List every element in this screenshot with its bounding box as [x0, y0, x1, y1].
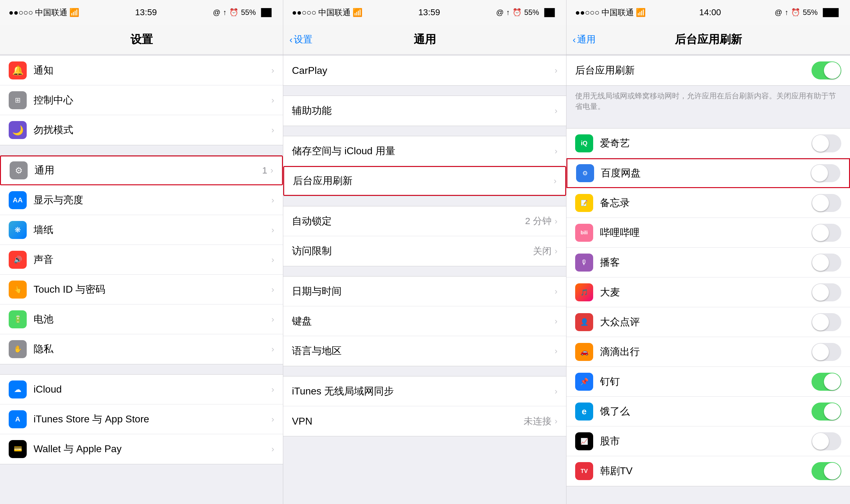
- settings-item-general[interactable]: ⚙ 通用 1 ›: [0, 156, 283, 185]
- app-row-dianping[interactable]: 👤 大众点评: [567, 307, 850, 337]
- settings-item-sounds[interactable]: 🔊 声音 ›: [0, 245, 283, 275]
- app-row-iqiyi[interactable]: iQ 爱奇艺: [567, 128, 850, 158]
- app-row-didi[interactable]: 🚗 滴滴出行: [567, 337, 850, 367]
- master-toggle-switch[interactable]: [812, 61, 841, 79]
- toggle-eleme[interactable]: [812, 402, 841, 420]
- back-label-2: 设置: [294, 33, 312, 46]
- toggle-bilibili[interactable]: [812, 224, 841, 242]
- master-toggle-row[interactable]: 后台应用刷新: [567, 56, 850, 85]
- app-row-damai[interactable]: 🎵 大麦: [567, 277, 850, 307]
- gap-3-1: [567, 119, 850, 128]
- gap-2-4: [283, 267, 566, 276]
- label-bgrefresh: 后台应用刷新: [293, 174, 554, 188]
- section-2-3: 储存空间与 iCloud 用量 › 后台应用刷新 ›: [283, 136, 566, 196]
- label-battery: 电池: [34, 312, 272, 326]
- app-row-dingding[interactable]: 📌 钉钉: [567, 367, 850, 397]
- back-button-3[interactable]: ‹ 通用: [573, 33, 596, 46]
- gap-2-3: [283, 197, 566, 206]
- toggle-dianping[interactable]: [812, 313, 841, 331]
- toggle-iqiyi[interactable]: [812, 134, 841, 152]
- chevron-touchid: ›: [272, 285, 274, 294]
- label-wallet: Wallet 与 Apple Pay: [34, 442, 272, 456]
- label-iqiyi: 爱奇艺: [600, 137, 812, 150]
- label-damai: 大麦: [600, 286, 812, 299]
- alarm-icon-2: ⏰: [513, 8, 522, 17]
- label-general: 通用: [34, 164, 262, 177]
- value-general: 1: [262, 165, 267, 176]
- general-item-carplay[interactable]: CarPlay ›: [283, 56, 566, 85]
- icon-control: ⊞: [9, 91, 27, 109]
- icon-podcasts: 🎙: [575, 254, 593, 272]
- settings-item-display[interactable]: AA 显示与亮度 ›: [0, 185, 283, 215]
- back-button-2[interactable]: ‹ 设置: [290, 33, 312, 46]
- wifi-icon-1: 📶: [69, 8, 79, 17]
- label-hanjutv: 韩剧TV: [600, 464, 812, 478]
- settings-item-itunes[interactable]: A iTunes Store 与 App Store ›: [0, 404, 283, 434]
- app-row-hanjutv[interactable]: TV 韩剧TV: [567, 456, 850, 486]
- toggle-baidu[interactable]: [811, 164, 840, 182]
- settings-item-battery[interactable]: 🔋 电池 ›: [0, 304, 283, 334]
- settings-item-icloud[interactable]: ☁ iCloud ›: [0, 375, 283, 404]
- app-row-stocks[interactable]: 📈 股市: [567, 427, 850, 456]
- alarm-icon-3: ⏰: [791, 8, 800, 17]
- app-row-eleme[interactable]: e 饿了么: [567, 397, 850, 427]
- chevron-general: ›: [271, 165, 273, 175]
- time-3: 14:00: [699, 7, 721, 17]
- chevron-privacy: ›: [272, 344, 274, 354]
- general-item-datetime[interactable]: 日期与时间 ›: [283, 276, 566, 306]
- label-display: 显示与亮度: [34, 193, 272, 207]
- status-bar-2: ●●○○○ 中国联通 📶 13:59 @ ↑ ⏰ 55% ▐█▌: [283, 0, 566, 25]
- label-autolock: 自动锁定: [292, 214, 525, 228]
- battery-text-1: 55%: [241, 8, 256, 17]
- back-label-3: 通用: [577, 33, 596, 46]
- section-2-5: 日期与时间 › 键盘 › 语言与地区 ›: [283, 276, 566, 366]
- app-row-baidu[interactable]: ⚙ 百度网盘: [567, 158, 850, 188]
- label-storage: 储存空间与 iCloud 用量: [292, 144, 555, 158]
- general-item-keyboard[interactable]: 键盘 ›: [283, 306, 566, 336]
- status-bar-1: ●●○○○ 中国联通 📶 13:59 @ ↑ ⏰ 55% ▐█▌: [0, 0, 283, 25]
- chevron-keyboard: ›: [555, 316, 557, 326]
- chevron-autolock: ›: [555, 216, 557, 226]
- icon-wallpaper: ❋: [9, 221, 27, 239]
- carrier-3: ●●○○○ 中国联通 📶: [575, 7, 646, 18]
- label-touchid: Touch ID 与密码: [34, 283, 272, 296]
- carrier-2: ●●○○○ 中国联通 📶: [292, 7, 362, 18]
- settings-item-control[interactable]: ⊞ 控制中心 ›: [0, 85, 283, 115]
- general-item-storage[interactable]: 储存空间与 iCloud 用量 ›: [283, 136, 566, 166]
- settings-item-dnd[interactable]: 🌙 勿扰模式 ›: [0, 115, 283, 145]
- general-item-restrictions[interactable]: 访问限制 关闭 ›: [283, 236, 566, 266]
- settings-item-wallet[interactable]: 💳 Wallet 与 Apple Pay ›: [0, 434, 283, 464]
- settings-item-notifications[interactable]: 🔔 通知 ›: [0, 56, 283, 85]
- toggle-dingding[interactable]: [812, 373, 841, 391]
- general-item-itunessync[interactable]: iTunes 无线局域网同步 ›: [283, 376, 566, 406]
- page-title-3: 后台应用刷新: [675, 32, 742, 47]
- app-row-notes[interactable]: 📝 备忘录: [567, 188, 850, 218]
- toggle-didi[interactable]: [812, 343, 841, 361]
- general-item-accessibility[interactable]: 辅助功能 ›: [283, 96, 566, 126]
- settings-list-1: 🔔 通知 › ⊞ 控制中心 › 🌙 勿扰模式 › ⚙ 通用 1 ›: [0, 55, 283, 504]
- general-item-autolock[interactable]: 自动锁定 2 分钟 ›: [283, 206, 566, 236]
- gps-icon-2: @: [496, 8, 504, 17]
- toggle-hanjutv[interactable]: [812, 462, 841, 480]
- battery-text-3: 55%: [803, 8, 818, 17]
- icon-icloud: ☁: [9, 380, 27, 398]
- label-dingding: 钉钉: [600, 375, 812, 389]
- toggle-damai[interactable]: [812, 283, 841, 301]
- chevron-restrictions: ›: [555, 246, 557, 256]
- general-item-vpn[interactable]: VPN 未连接 ›: [283, 406, 566, 436]
- label-bilibili: 哔哩哔哩: [600, 226, 812, 239]
- gps-icon-1: @: [213, 8, 221, 17]
- icon-notifications: 🔔: [9, 61, 27, 79]
- toggle-podcasts[interactable]: [812, 254, 841, 272]
- settings-item-privacy[interactable]: ✋ 隐私 ›: [0, 334, 283, 364]
- back-chevron-3: ‹: [573, 34, 576, 45]
- app-row-bilibili[interactable]: bili 哔哩哔哩: [567, 218, 850, 248]
- toggle-stocks[interactable]: [812, 432, 841, 450]
- settings-item-wallpaper[interactable]: ❋ 墙纸 ›: [0, 215, 283, 245]
- app-row-podcasts[interactable]: 🎙 播客: [567, 248, 850, 277]
- general-item-bgrefresh[interactable]: 后台应用刷新 ›: [283, 166, 566, 196]
- general-item-language[interactable]: 语言与地区 ›: [283, 336, 566, 366]
- page-title-2: 通用: [414, 32, 436, 47]
- toggle-notes[interactable]: [812, 194, 841, 212]
- settings-item-touchid[interactable]: 👆 Touch ID 与密码 ›: [0, 275, 283, 304]
